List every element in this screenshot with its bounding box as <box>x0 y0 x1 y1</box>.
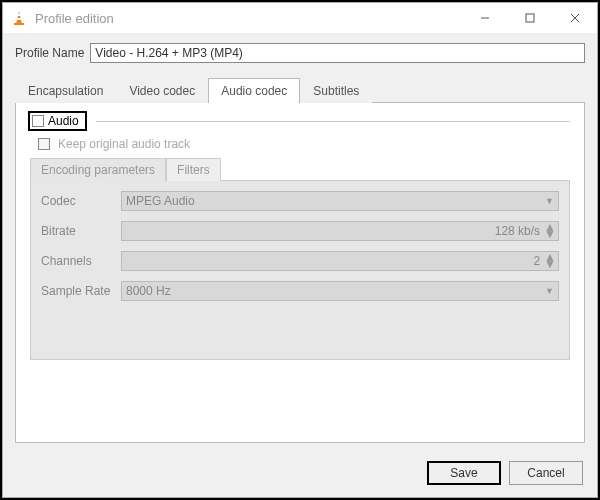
samplerate-value: 8000 Hz <box>126 284 171 298</box>
channels-row: Channels 2 ▲▼ <box>41 251 559 271</box>
maximize-button[interactable] <box>507 3 552 33</box>
profile-name-row: Profile Name <box>15 43 585 63</box>
tab-audio-codec[interactable]: Audio codec <box>208 78 300 103</box>
codec-select[interactable]: MPEG Audio ▼ <box>121 191 559 211</box>
save-button[interactable]: Save <box>427 461 501 485</box>
titlebar: Profile edition <box>3 3 597 33</box>
channels-spinner[interactable]: 2 ▲▼ <box>121 251 559 271</box>
keep-original-row: Keep original audio track <box>34 137 574 151</box>
encoding-parameters-panel: Codec MPEG Audio ▼ Bitrate 128 kb/s ▲▼ C… <box>30 180 570 360</box>
tab-panel-audio-codec: Audio Keep original audio track Encoding… <box>15 103 585 443</box>
window-title: Profile edition <box>35 11 462 26</box>
svg-rect-1 <box>14 23 24 25</box>
subtab-encoding-parameters[interactable]: Encoding parameters <box>30 158 166 181</box>
bitrate-row: Bitrate 128 kb/s ▲▼ <box>41 221 559 241</box>
audio-checkbox[interactable] <box>32 115 44 127</box>
minimize-button[interactable] <box>462 3 507 33</box>
profile-name-input[interactable] <box>90 43 585 63</box>
spinner-arrows-icon: ▲▼ <box>544 224 556 238</box>
close-button[interactable] <box>552 3 597 33</box>
keep-original-label: Keep original audio track <box>58 137 190 151</box>
chevron-down-icon: ▼ <box>545 196 554 206</box>
subtabs: Encoding parameters Filters <box>30 157 574 180</box>
audio-checkbox-label: Audio <box>48 114 79 128</box>
spinner-arrows-icon: ▲▼ <box>544 254 556 268</box>
tab-video-codec[interactable]: Video codec <box>116 78 208 103</box>
samplerate-row: Sample Rate 8000 Hz ▼ <box>41 281 559 301</box>
subtab-filters[interactable]: Filters <box>166 158 221 181</box>
samplerate-label: Sample Rate <box>41 284 121 298</box>
codec-value: MPEG Audio <box>126 194 195 208</box>
audio-groupbox-header: Audio <box>26 113 574 131</box>
bitrate-value: 128 kb/s <box>126 224 544 238</box>
profile-name-label: Profile Name <box>15 46 84 60</box>
svg-rect-2 <box>17 14 21 16</box>
codec-label: Codec <box>41 194 121 208</box>
codec-row: Codec MPEG Audio ▼ <box>41 191 559 211</box>
bitrate-spinner[interactable]: 128 kb/s ▲▼ <box>121 221 559 241</box>
bitrate-label: Bitrate <box>41 224 121 238</box>
footer: Save Cancel <box>3 451 597 497</box>
content: Profile Name Encapsulation Video codec A… <box>3 33 597 451</box>
tab-encapsulation[interactable]: Encapsulation <box>15 78 116 103</box>
cancel-button[interactable]: Cancel <box>509 461 583 485</box>
svg-rect-3 <box>16 18 21 20</box>
svg-marker-0 <box>16 11 22 24</box>
channels-value: 2 <box>126 254 544 268</box>
window: Profile edition Profile Name Encapsulati… <box>2 2 598 498</box>
chevron-down-icon: ▼ <box>545 286 554 296</box>
vlc-cone-icon <box>11 10 27 26</box>
audio-checkbox-highlight: Audio <box>28 111 87 131</box>
tabs: Encapsulation Video codec Audio codec Su… <box>15 77 585 103</box>
groupbox-line <box>96 121 570 122</box>
samplerate-select[interactable]: 8000 Hz ▼ <box>121 281 559 301</box>
tab-subtitles[interactable]: Subtitles <box>300 78 372 103</box>
keep-original-checkbox[interactable] <box>38 138 50 150</box>
window-controls <box>462 3 597 33</box>
svg-rect-5 <box>526 14 534 22</box>
channels-label: Channels <box>41 254 121 268</box>
